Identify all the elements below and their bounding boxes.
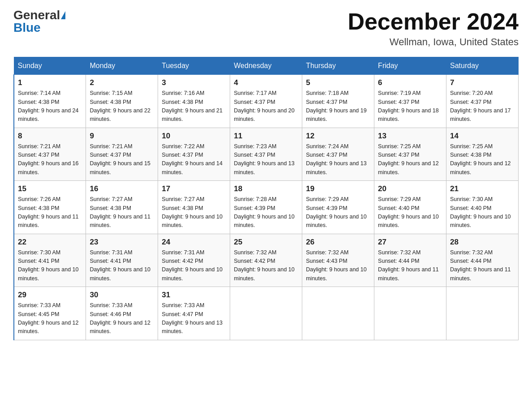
day-number: 12 [306, 132, 370, 141]
weekday-header-cell: Thursday [302, 57, 374, 75]
day-number: 27 [378, 238, 442, 247]
day-info: Sunrise: 7:33 AMSunset: 4:45 PMDaylight:… [18, 301, 82, 336]
day-info: Sunrise: 7:19 AMSunset: 4:37 PMDaylight:… [378, 89, 442, 124]
day-number: 2 [90, 78, 154, 87]
calendar-day-cell: 7Sunrise: 7:20 AMSunset: 4:37 PMDaylight… [446, 75, 519, 128]
calendar-day-cell: 10Sunrise: 7:22 AMSunset: 4:37 PMDayligh… [158, 128, 230, 181]
day-info: Sunrise: 7:23 AMSunset: 4:37 PMDaylight:… [234, 142, 298, 177]
calendar-day-cell: 11Sunrise: 7:23 AMSunset: 4:37 PMDayligh… [230, 128, 302, 181]
day-info: Sunrise: 7:25 AMSunset: 4:37 PMDaylight:… [378, 142, 442, 177]
day-number: 3 [162, 78, 226, 87]
calendar-day-cell: 24Sunrise: 7:31 AMSunset: 4:42 PMDayligh… [158, 234, 230, 287]
day-number: 28 [450, 238, 515, 247]
day-number: 1 [18, 78, 82, 87]
day-info: Sunrise: 7:17 AMSunset: 4:37 PMDaylight:… [234, 89, 298, 124]
calendar-day-cell: 30Sunrise: 7:33 AMSunset: 4:46 PMDayligh… [86, 287, 158, 340]
logo-blue-text: Blue [13, 21, 41, 34]
day-info: Sunrise: 7:27 AMSunset: 4:38 PMDaylight:… [162, 195, 226, 230]
day-info: Sunrise: 7:29 AMSunset: 4:39 PMDaylight:… [306, 195, 370, 230]
day-number: 30 [90, 291, 154, 300]
title-block: December 2024 Wellman, Iowa, United Stat… [348, 9, 519, 48]
day-number: 26 [306, 238, 370, 247]
day-info: Sunrise: 7:31 AMSunset: 4:42 PMDaylight:… [162, 248, 226, 283]
day-info: Sunrise: 7:30 AMSunset: 4:40 PMDaylight:… [450, 195, 515, 230]
day-number: 22 [18, 238, 82, 247]
calendar-week-row: 22Sunrise: 7:30 AMSunset: 4:41 PMDayligh… [14, 234, 519, 287]
day-number: 14 [450, 132, 515, 141]
day-info: Sunrise: 7:25 AMSunset: 4:38 PMDaylight:… [450, 142, 515, 177]
day-info: Sunrise: 7:20 AMSunset: 4:37 PMDaylight:… [450, 89, 515, 124]
day-info: Sunrise: 7:27 AMSunset: 4:38 PMDaylight:… [90, 195, 154, 230]
day-number: 20 [378, 184, 442, 193]
calendar-day-cell: 19Sunrise: 7:29 AMSunset: 4:39 PMDayligh… [302, 181, 374, 234]
calendar-day-cell: 18Sunrise: 7:28 AMSunset: 4:39 PMDayligh… [230, 181, 302, 234]
logo-triangle-icon [61, 11, 65, 19]
calendar-day-cell [374, 287, 446, 340]
day-info: Sunrise: 7:14 AMSunset: 4:38 PMDaylight:… [18, 89, 82, 124]
calendar-day-cell: 21Sunrise: 7:30 AMSunset: 4:40 PMDayligh… [446, 181, 519, 234]
calendar-day-cell: 3Sunrise: 7:16 AMSunset: 4:38 PMDaylight… [158, 75, 230, 128]
calendar-day-cell: 28Sunrise: 7:32 AMSunset: 4:44 PMDayligh… [446, 234, 519, 287]
calendar-day-cell [230, 287, 302, 340]
calendar-day-cell: 16Sunrise: 7:27 AMSunset: 4:38 PMDayligh… [86, 181, 158, 234]
weekday-header-cell: Wednesday [230, 57, 302, 75]
day-number: 18 [234, 184, 298, 193]
day-info: Sunrise: 7:31 AMSunset: 4:41 PMDaylight:… [90, 248, 154, 283]
day-info: Sunrise: 7:33 AMSunset: 4:47 PMDaylight:… [162, 301, 226, 336]
calendar-day-cell: 25Sunrise: 7:32 AMSunset: 4:42 PMDayligh… [230, 234, 302, 287]
day-number: 7 [450, 78, 515, 87]
calendar-day-cell: 22Sunrise: 7:30 AMSunset: 4:41 PMDayligh… [14, 234, 86, 287]
calendar-day-cell: 23Sunrise: 7:31 AMSunset: 4:41 PMDayligh… [86, 234, 158, 287]
day-info: Sunrise: 7:32 AMSunset: 4:42 PMDaylight:… [234, 248, 298, 283]
day-number: 31 [162, 291, 226, 300]
month-title: December 2024 [348, 9, 519, 34]
day-info: Sunrise: 7:29 AMSunset: 4:40 PMDaylight:… [378, 195, 442, 230]
day-number: 6 [378, 78, 442, 87]
day-number: 16 [90, 184, 154, 193]
calendar-body: 1Sunrise: 7:14 AMSunset: 4:38 PMDaylight… [14, 75, 519, 340]
calendar-day-cell: 9Sunrise: 7:21 AMSunset: 4:37 PMDaylight… [86, 128, 158, 181]
weekday-header-cell: Tuesday [158, 57, 230, 75]
day-info: Sunrise: 7:32 AMSunset: 4:43 PMDaylight:… [306, 248, 370, 283]
calendar-week-row: 8Sunrise: 7:21 AMSunset: 4:37 PMDaylight… [14, 128, 519, 181]
calendar-day-cell [302, 287, 374, 340]
day-number: 11 [234, 132, 298, 141]
day-number: 4 [234, 78, 298, 87]
day-info: Sunrise: 7:22 AMSunset: 4:37 PMDaylight:… [162, 142, 226, 177]
day-number: 29 [18, 291, 82, 300]
calendar-day-cell: 12Sunrise: 7:24 AMSunset: 4:37 PMDayligh… [302, 128, 374, 181]
day-number: 10 [162, 132, 226, 141]
day-info: Sunrise: 7:21 AMSunset: 4:37 PMDaylight:… [90, 142, 154, 177]
weekday-header-cell: Saturday [446, 57, 519, 75]
day-info: Sunrise: 7:30 AMSunset: 4:41 PMDaylight:… [18, 248, 82, 283]
day-number: 15 [18, 184, 82, 193]
calendar-day-cell: 14Sunrise: 7:25 AMSunset: 4:38 PMDayligh… [446, 128, 519, 181]
calendar-day-cell: 8Sunrise: 7:21 AMSunset: 4:37 PMDaylight… [14, 128, 86, 181]
day-number: 8 [18, 132, 82, 141]
weekday-header-cell: Sunday [14, 57, 86, 75]
calendar-day-cell: 17Sunrise: 7:27 AMSunset: 4:38 PMDayligh… [158, 181, 230, 234]
calendar-day-cell: 2Sunrise: 7:15 AMSunset: 4:38 PMDaylight… [86, 75, 158, 128]
day-number: 19 [306, 184, 370, 193]
calendar-day-cell: 5Sunrise: 7:18 AMSunset: 4:37 PMDaylight… [302, 75, 374, 128]
weekday-header-cell: Monday [86, 57, 158, 75]
day-number: 5 [306, 78, 370, 87]
day-number: 25 [234, 238, 298, 247]
day-info: Sunrise: 7:16 AMSunset: 4:38 PMDaylight:… [162, 89, 226, 124]
calendar-day-cell: 6Sunrise: 7:19 AMSunset: 4:37 PMDaylight… [374, 75, 446, 128]
calendar-week-row: 29Sunrise: 7:33 AMSunset: 4:45 PMDayligh… [14, 287, 519, 340]
day-info: Sunrise: 7:28 AMSunset: 4:39 PMDaylight:… [234, 195, 298, 230]
day-info: Sunrise: 7:33 AMSunset: 4:46 PMDaylight:… [90, 301, 154, 336]
calendar-day-cell [446, 287, 519, 340]
page-header: General Blue December 2024 Wellman, Iowa… [13, 9, 519, 48]
calendar-day-cell: 13Sunrise: 7:25 AMSunset: 4:37 PMDayligh… [374, 128, 446, 181]
calendar-day-cell: 31Sunrise: 7:33 AMSunset: 4:47 PMDayligh… [158, 287, 230, 340]
day-info: Sunrise: 7:15 AMSunset: 4:38 PMDaylight:… [90, 89, 154, 124]
day-number: 13 [378, 132, 442, 141]
logo-general-text: General [13, 9, 60, 21]
calendar-table: SundayMondayTuesdayWednesdayThursdayFrid… [13, 57, 519, 340]
calendar-day-cell: 29Sunrise: 7:33 AMSunset: 4:45 PMDayligh… [14, 287, 86, 340]
weekday-header-row: SundayMondayTuesdayWednesdayThursdayFrid… [14, 57, 519, 75]
day-info: Sunrise: 7:18 AMSunset: 4:37 PMDaylight:… [306, 89, 370, 124]
day-info: Sunrise: 7:24 AMSunset: 4:37 PMDaylight:… [306, 142, 370, 177]
